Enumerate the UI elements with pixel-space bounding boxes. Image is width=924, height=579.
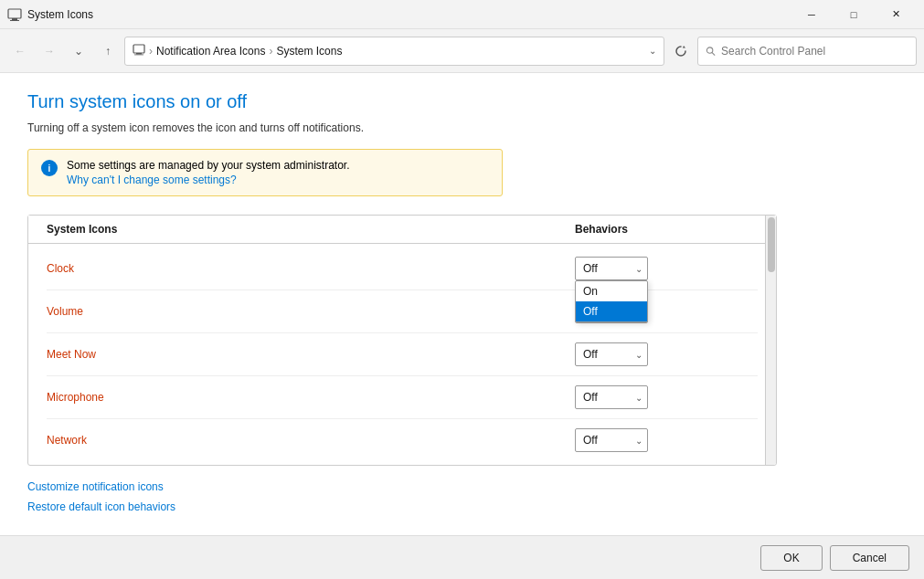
- path-icon: [133, 43, 145, 58]
- path-separator2: ›: [269, 45, 272, 58]
- icons-table: System Icons Behaviors Clock Off On ⌄: [27, 215, 777, 466]
- path-segment2: Notification Area Icons: [156, 45, 265, 58]
- app-icon: [7, 7, 22, 22]
- path-separator1: ›: [149, 45, 153, 58]
- dropdown-option-off[interactable]: Off: [576, 301, 647, 321]
- svg-rect-0: [8, 9, 21, 18]
- forward-button[interactable]: →: [37, 38, 62, 64]
- table-header: System Icons Behaviors: [28, 216, 776, 244]
- info-icon: i: [41, 160, 58, 176]
- cancel-button[interactable]: Cancel: [830, 545, 909, 571]
- info-link[interactable]: Why can't I change some settings?: [67, 174, 349, 186]
- table-row: Volume Off On ⌄: [47, 290, 758, 333]
- svg-rect-3: [133, 45, 144, 53]
- icon-name-microphone: Microphone: [47, 391, 575, 404]
- scrollbar-thumb: [768, 217, 775, 272]
- dropdown-option-on[interactable]: On: [576, 281, 647, 301]
- svg-line-7: [712, 52, 715, 55]
- clock-select-wrapper: Off On ⌄ On Off: [575, 257, 648, 280]
- table-row: Microphone Off On ⌄: [47, 376, 758, 419]
- table-row: Meet Now Off On ⌄: [47, 333, 758, 376]
- search-input[interactable]: [721, 45, 908, 58]
- main-content: Turn system icons on or off Turning off …: [0, 73, 924, 535]
- titlebar: System Icons ─ □ ✕: [0, 0, 924, 29]
- page-title: Turn system icons on or off: [27, 91, 897, 112]
- table-row: Network Off On ⌄: [47, 419, 758, 461]
- path-segment3: System Icons: [276, 45, 342, 58]
- column-behaviors: Behaviors: [575, 223, 758, 236]
- svg-rect-1: [12, 18, 17, 20]
- customize-link[interactable]: Customize notification icons: [27, 480, 897, 493]
- svg-point-6: [706, 47, 712, 52]
- icon-name-clock: Clock: [47, 262, 575, 275]
- microphone-control: Off On ⌄: [575, 385, 758, 409]
- meet-now-select[interactable]: Off On: [575, 342, 648, 366]
- svg-rect-5: [134, 55, 143, 56]
- back-button[interactable]: ←: [7, 38, 33, 64]
- svg-rect-2: [10, 20, 19, 21]
- address-path[interactable]: › Notification Area Icons › System Icons…: [124, 37, 664, 66]
- restore-link[interactable]: Restore default icon behaviors: [27, 500, 897, 513]
- column-system-icons: System Icons: [47, 223, 575, 236]
- close-button[interactable]: ✕: [875, 0, 917, 29]
- microphone-select[interactable]: Off On: [575, 385, 648, 409]
- clock-control: Off On ⌄ On Off: [575, 257, 758, 280]
- network-select[interactable]: Off On: [575, 428, 648, 452]
- maximize-button[interactable]: □: [833, 0, 875, 29]
- info-text: Some settings are managed by your system…: [67, 159, 349, 172]
- icon-name-volume: Volume: [47, 305, 575, 318]
- down-arrow-button[interactable]: ⌄: [66, 38, 91, 64]
- refresh-button[interactable]: [668, 38, 694, 64]
- clock-dropdown-open: On Off: [575, 280, 648, 322]
- svg-rect-4: [136, 53, 142, 55]
- table-scrollbar[interactable]: [765, 216, 776, 465]
- search-box[interactable]: [697, 37, 917, 66]
- microphone-select-wrapper: Off On ⌄: [575, 385, 648, 409]
- icon-name-network: Network: [47, 434, 575, 447]
- footer: OK Cancel: [0, 535, 924, 579]
- info-box: i Some settings are managed by your syst…: [27, 149, 503, 196]
- meet-now-select-wrapper: Off On ⌄: [575, 342, 648, 366]
- up-button[interactable]: ↑: [95, 38, 121, 64]
- table-row: Clock Off On ⌄ On Off: [47, 247, 758, 290]
- minimize-button[interactable]: ─: [791, 0, 833, 29]
- icons-table-container: System Icons Behaviors Clock Off On ⌄: [27, 215, 897, 466]
- network-select-wrapper: Off On ⌄: [575, 428, 648, 452]
- ok-button[interactable]: OK: [760, 545, 822, 571]
- icon-name-meet-now: Meet Now: [47, 348, 575, 361]
- network-control: Off On ⌄: [575, 428, 758, 452]
- path-dropdown-icon[interactable]: ⌄: [649, 46, 656, 56]
- window-controls: ─ □ ✕: [791, 0, 917, 29]
- clock-select[interactable]: Off On: [575, 257, 648, 280]
- meet-now-control: Off On ⌄: [575, 342, 758, 366]
- addressbar: ← → ⌄ ↑ › Notification Area Icons › Syst…: [0, 29, 924, 73]
- window-title: System Icons: [27, 8, 791, 21]
- bottom-links: Customize notification icons Restore def…: [27, 480, 897, 513]
- page-subtitle: Turning off a system icon removes the ic…: [27, 121, 897, 134]
- table-body: Clock Off On ⌄ On Off: [28, 244, 776, 465]
- search-icon: [706, 46, 716, 57]
